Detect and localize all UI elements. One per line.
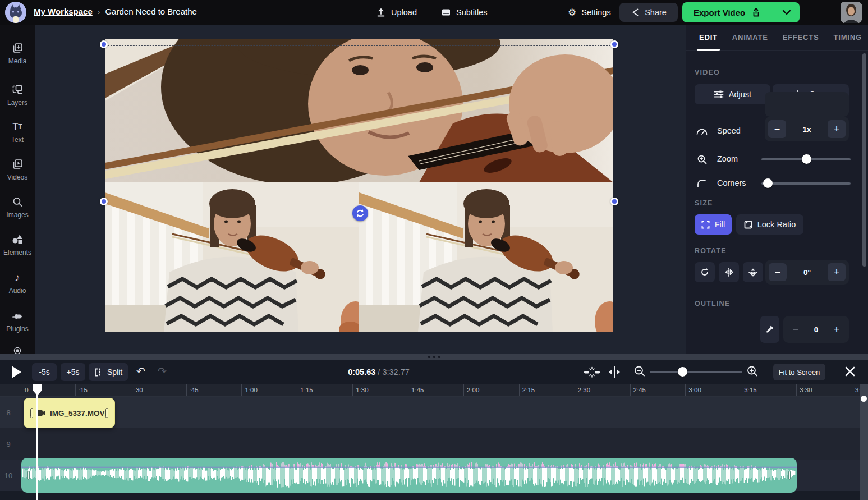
speed-stepper: − 1x + [765, 117, 849, 141]
sidebar-item-layers[interactable]: Layers [0, 83, 35, 107]
flip-vertical-button[interactable] [743, 262, 763, 282]
search-icon [0, 195, 35, 209]
adjust-button[interactable]: Adjust [695, 84, 770, 104]
rotate-handle[interactable] [352, 205, 368, 221]
project-title[interactable]: Garden Need to Breathe [105, 7, 196, 16]
video-layer-top[interactable] [105, 39, 613, 182]
settings-button[interactable]: ⚙ Settings [568, 0, 611, 25]
sidebar-item-text[interactable]: TT Text [0, 120, 35, 144]
corners-label: Corners [717, 178, 746, 187]
timeline-zoom-slider[interactable] [650, 367, 742, 377]
breadcrumb-workspace-link[interactable]: My Workspace [34, 7, 93, 16]
forward-5s-button[interactable]: +5s [61, 363, 85, 381]
video-preview-canvas [105, 39, 613, 332]
video-layer-bottom-left[interactable] [105, 182, 359, 332]
ruler-tick: 1:15 [297, 384, 313, 397]
timeline-zoom-out-button[interactable] [633, 365, 646, 378]
track-row-9[interactable] [0, 428, 868, 460]
rotate-decrease-button[interactable]: − [769, 263, 787, 281]
export-video-button[interactable]: Export Video [682, 2, 773, 22]
share-icon [631, 8, 640, 17]
corner-radius-icon [696, 179, 708, 188]
fill-button[interactable]: Fill [695, 214, 732, 235]
video-layer-bottom-right[interactable] [359, 182, 613, 332]
sidebar-item-audio[interactable]: ♪ Audio [0, 271, 35, 295]
selection-handle-bottom-left[interactable] [100, 198, 108, 205]
share-button[interactable]: Share [619, 3, 678, 22]
panel-scrollbar[interactable] [862, 53, 866, 267]
zoom-slider[interactable] [761, 154, 851, 164]
tab-timing[interactable]: TIMING [834, 25, 862, 51]
undo-button[interactable]: ↶ [136, 365, 145, 378]
text-icon: TT [0, 120, 35, 134]
tab-edit[interactable]: EDIT [699, 25, 718, 51]
tab-effects[interactable]: EFFECTS [783, 25, 819, 51]
rotate-increase-button[interactable]: + [828, 263, 846, 281]
speed-stepper [765, 92, 849, 117]
speed-label: Speed [717, 126, 741, 135]
speed-decrease-button[interactable]: − [768, 120, 786, 138]
sidebar-item-plugins[interactable]: Plugins [0, 309, 35, 333]
fill-label: Fill [715, 220, 725, 229]
corners-slider-thumb[interactable] [763, 178, 773, 188]
selection-handle-top-left[interactable] [100, 40, 108, 48]
user-avatar[interactable] [841, 2, 862, 23]
track-row-8[interactable] [0, 397, 868, 428]
flip-vertical-icon [748, 268, 757, 277]
expand-tracks-button[interactable] [607, 365, 622, 379]
rotate-90-button[interactable] [695, 262, 715, 282]
outline-width-increase-button[interactable]: + [828, 320, 846, 338]
video-frame-closeup [105, 39, 613, 182]
video-section-title: VIDEO [695, 68, 720, 76]
redo-button[interactable]: ↷ [158, 365, 167, 378]
ruler-tick: :0 [20, 384, 29, 397]
audio-trim-handle-right[interactable] [788, 471, 791, 480]
outline-width-stepper: − 0 + [783, 316, 849, 343]
timeline-ruler[interactable]: :0:15:30:451:001:151:301:452:002:152:302… [0, 384, 868, 397]
play-button[interactable] [12, 366, 21, 378]
timeline-zoom-thumb[interactable] [678, 367, 687, 377]
timeline-zoom-in-button[interactable] [746, 365, 759, 378]
snap-toggle-button[interactable] [584, 366, 600, 378]
ruler-tick: 1:30 [352, 384, 368, 397]
lock-ratio-button[interactable]: Lock Ratio [736, 214, 803, 235]
fit-to-screen-button[interactable]: Fit to Screen [773, 364, 825, 380]
outline-width-decrease-button[interactable]: − [787, 320, 805, 338]
back-5s-button[interactable]: -5s [32, 363, 57, 381]
ruler-tick: 2:30 [575, 384, 590, 397]
sidebar-item-images[interactable]: Images [0, 195, 35, 219]
clip-trim-handle-right[interactable] [105, 408, 108, 418]
subtitles-button[interactable]: Subtitles [441, 0, 488, 25]
kapwing-logo-icon[interactable] [5, 2, 26, 23]
snap-icon [584, 366, 600, 378]
eyedropper-button[interactable] [760, 316, 779, 343]
lock-ratio-label: Lock Ratio [757, 220, 796, 229]
upload-button[interactable]: Upload [376, 0, 417, 25]
timeline-scrollbar[interactable] [860, 384, 868, 500]
rotate-arrows-icon [356, 209, 365, 218]
export-video-label: Export Video [694, 8, 745, 17]
playhead-line [36, 384, 38, 500]
sidebar-item-media[interactable]: Media [0, 42, 35, 65]
split-button[interactable]: Split [89, 363, 128, 381]
audio-trim-handle-left[interactable] [27, 471, 30, 480]
flip-horizontal-button[interactable] [719, 262, 739, 282]
selection-handle-top-right[interactable] [610, 40, 618, 48]
timeline-audio-clip[interactable] [21, 458, 797, 493]
timeline-resize-handle[interactable] [0, 354, 868, 360]
rotate-section-title: ROTATE [695, 247, 727, 255]
export-options-caret-button[interactable] [773, 2, 800, 22]
timeline-scrollbar-knob[interactable] [861, 396, 867, 402]
sidebar-item-videos[interactable]: Videos [0, 158, 35, 181]
speed-increase-button[interactable]: + [828, 120, 846, 138]
selection-handle-bottom-right[interactable] [610, 198, 618, 205]
sidebar-item-elements[interactable]: Elements [0, 233, 35, 256]
clip-trim-handle-left[interactable] [30, 408, 33, 418]
zoom-slider-thumb[interactable] [802, 154, 811, 164]
corners-slider[interactable] [761, 178, 851, 189]
panel-tabs: EDIT ANIMATE EFFECTS TIMING [686, 25, 868, 51]
ruler-tick: 1:00 [241, 384, 257, 397]
close-timeline-button[interactable] [844, 365, 856, 378]
total-time: 3:32.77 [382, 368, 409, 377]
tab-animate[interactable]: ANIMATE [732, 25, 768, 51]
